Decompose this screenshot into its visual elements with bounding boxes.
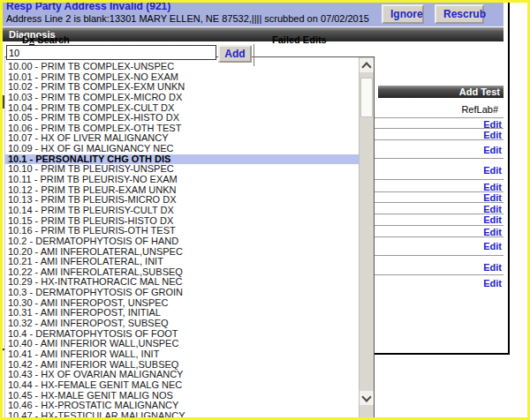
dx-dropdown-items: 10.00 - PRIM TB COMPLEX-UNSPEC10.01 - PR… bbox=[5, 57, 359, 420]
row-separator bbox=[373, 117, 504, 118]
list-item[interactable]: 10.32 - AMI INFEROPOST, SUBSEQ bbox=[5, 319, 359, 329]
list-item[interactable]: 10.16 - PRIM TB PLEURIS-OTH TEST bbox=[5, 226, 359, 236]
row-separator bbox=[373, 255, 504, 256]
list-item[interactable]: 10.11 - PRIM TB PLEURISY-NO EXAM bbox=[5, 175, 359, 185]
list-item[interactable]: 10.42 - AMI INFERIOR WALL,SUBSEQ bbox=[5, 360, 359, 371]
reflab-column-label: RefLab# bbox=[373, 104, 498, 115]
list-item-selected[interactable]: 10.1 - PERSONALITY CHG OTH DIS bbox=[5, 154, 359, 165]
failed-edits-label: Failed Edits bbox=[272, 34, 327, 45]
list-item[interactable]: 10.46 - HX-PROSTATIC MALIGNANCY bbox=[5, 401, 359, 411]
rescrub-button[interactable]: Rescrub bbox=[435, 4, 484, 24]
list-item[interactable]: 10.43 - HX OF OVARIAN MALIGNANCY bbox=[5, 370, 359, 380]
edit-link[interactable]: Edit bbox=[373, 192, 502, 203]
edit-link[interactable]: Edit bbox=[373, 145, 502, 155]
list-item[interactable]: 10.12 - PRIM TB PLEUR-EXAM UNKN bbox=[5, 185, 359, 196]
edit-link[interactable]: Edit bbox=[373, 130, 502, 140]
scrub-window: Resp Party Address Invalid (921) Address… bbox=[0, 0, 530, 420]
list-item[interactable]: 10.05 - PRIM TB COMPLEX-HISTO DX bbox=[5, 113, 359, 124]
list-item[interactable]: 10.02 - PRIM TB COMPLEX-EXM UNKN bbox=[5, 82, 359, 93]
list-item[interactable]: 10.44 - HX-FEMALE GENIT MALG NEC bbox=[5, 380, 359, 391]
list-item[interactable]: 10.22 - AMI INFEROLATERAL,SUBSEQ bbox=[5, 267, 359, 278]
list-item[interactable]: 10.09 - HX OF GI MALIGNANCY NEC bbox=[5, 144, 359, 154]
dx-dropdown-list: 10.00 - PRIM TB COMPLEX-UNSPEC10.01 - PR… bbox=[4, 56, 375, 417]
edit-link[interactable]: Edit bbox=[373, 241, 502, 251]
list-item[interactable]: 10.13 - PRIM TB PLEURIS-MICRO DX bbox=[5, 195, 359, 206]
list-item[interactable]: 10.29 - HX-INTRATHORACIC MAL NEC bbox=[5, 277, 359, 288]
alert-bar: Resp Party Address Invalid (921) Address… bbox=[3, 3, 504, 26]
list-item[interactable]: 10.04 - PRIM TB COMPLEX-CULT DX bbox=[5, 103, 359, 114]
list-item[interactable]: 10.31 - AMI INFEROPOST, INITIAL bbox=[5, 308, 359, 319]
edit-link[interactable]: Edit bbox=[373, 165, 502, 176]
edit-link[interactable]: Edit bbox=[373, 227, 502, 237]
edit-link[interactable]: Edit bbox=[373, 214, 502, 225]
list-item[interactable]: 10.40 - AMI INFERIOR WALL,UNSPEC bbox=[5, 339, 359, 349]
scrollbar-thumb[interactable] bbox=[360, 78, 373, 117]
ignore-button[interactable]: Ignore bbox=[382, 4, 424, 24]
scroll-up-button[interactable] bbox=[360, 58, 374, 72]
alert-title: Resp Party Address Invalid (921) bbox=[6, 0, 170, 12]
list-item[interactable]: 10.10 - PRIM TB PLEURISY-UNSPEC bbox=[5, 164, 359, 175]
dx-search-label: Dx Search bbox=[22, 34, 70, 45]
list-item[interactable]: 10.45 - HX-MALE GENIT MALIG NOS bbox=[5, 391, 359, 401]
list-item[interactable]: 10.4 - DERMATOPHYTOSIS OF FOOT bbox=[5, 329, 359, 340]
dx-search-input[interactable] bbox=[6, 45, 216, 60]
list-item[interactable]: 10.20 - AMI INFEROLATERAL,UNSPEC bbox=[5, 247, 359, 258]
alert-message: Address Line 2 is blank:13301 MARY ELLEN… bbox=[6, 13, 369, 24]
list-item[interactable]: 10.3 - DERMATOPHYTOSIS OF GROIN bbox=[5, 288, 359, 298]
list-item[interactable]: 10.06 - PRIM TB COMPLEX-OTH TEST bbox=[5, 124, 359, 134]
dropdown-scrollbar[interactable] bbox=[359, 57, 374, 417]
list-item[interactable]: 10.00 - PRIM TB COMPLEX-UNSPEC bbox=[5, 62, 359, 72]
list-item[interactable]: 10.03 - PRIM TB COMPLEX-MICRO DX bbox=[5, 93, 359, 103]
edit-link[interactable]: Edit bbox=[373, 182, 502, 192]
frame-right-border bbox=[508, 3, 510, 355]
list-item[interactable]: 10.30 - AMI INFEROPOST, UNSPEC bbox=[5, 298, 359, 309]
edit-link[interactable]: Edit bbox=[373, 204, 502, 214]
frame-bottom-border bbox=[370, 353, 510, 355]
scroll-down-button[interactable] bbox=[360, 391, 374, 405]
row-separator bbox=[373, 179, 504, 180]
diagnosis-header: Diagnosis bbox=[3, 27, 504, 41]
row-separator bbox=[373, 274, 504, 275]
list-item[interactable]: 10.21 - AMI INFEROLATERAL, INIT bbox=[5, 257, 359, 267]
list-item[interactable]: 10.2 - DERMATOPHYTOSIS OF HAND bbox=[5, 236, 359, 247]
row-separator bbox=[373, 158, 504, 159]
row-separator bbox=[373, 225, 504, 226]
list-item[interactable]: 10.41 - AMI INFERIOR WALL, INIT bbox=[5, 349, 359, 360]
add-test-header: Add Test bbox=[378, 86, 504, 98]
list-item[interactable]: 10.07 - HX OF LIVER MALIGNANCY bbox=[5, 133, 359, 144]
edit-link[interactable]: Edit bbox=[373, 119, 502, 130]
list-item[interactable]: 10.47 - HX-TESTICULAR MALIGNANCY bbox=[5, 411, 359, 420]
list-item[interactable]: 10.15 - PRIM TB PLEURIS-HISTO DX bbox=[5, 216, 359, 227]
chevron-up-icon bbox=[361, 62, 371, 71]
cell-divider bbox=[254, 44, 254, 66]
edit-link[interactable]: Edit bbox=[373, 262, 502, 273]
edit-link[interactable]: Edit bbox=[373, 278, 502, 289]
list-item[interactable]: 10.14 - PRIM TB PLEURISY-CULT DX bbox=[5, 206, 359, 216]
chevron-down-icon bbox=[361, 392, 371, 401]
add-button[interactable]: Add bbox=[218, 45, 252, 63]
list-item[interactable]: 10.01 - PRIM TB COMPLEX-NO EXAM bbox=[5, 72, 359, 83]
